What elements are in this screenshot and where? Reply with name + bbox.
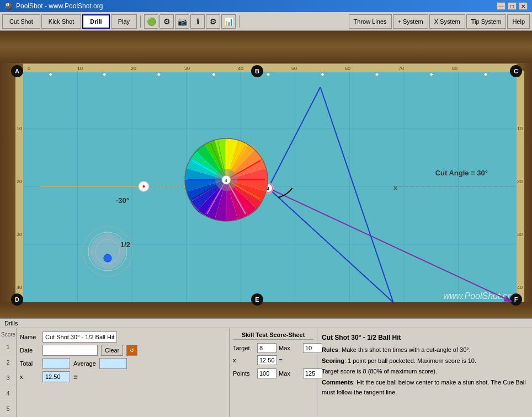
bottom-panel: Drills Score 1 2 3 4 5 Name Cut Shot 30°… — [0, 318, 532, 417]
camera-icon[interactable]: 📷 — [175, 14, 189, 29]
equals-sign: = — [73, 373, 78, 381]
multiplier-row: x 12.50 = — [20, 371, 226, 382]
tip-system-button[interactable]: Tip System — [466, 14, 507, 29]
green-circle-icon[interactable]: 🟢 — [144, 14, 158, 29]
ruler-right: 0 10 20 30 40 — [517, 71, 524, 302]
rules-text: Make this shot ten times with a cut-angl… — [342, 346, 471, 353]
svg-text:20: 20 — [131, 66, 136, 71]
date-row: Date Clear ↺ — [20, 345, 226, 356]
toolbar-separator-1 — [140, 15, 141, 28]
description-panel: Cut Shot 30° - 1/2 Ball Hit Rules: Make … — [317, 328, 532, 417]
info-icon[interactable]: ℹ — [190, 14, 205, 29]
window-controls: — □ ✕ — [497, 2, 528, 10]
total-row: Total Average — [20, 358, 226, 369]
settings-icon[interactable]: ⚙ — [159, 14, 174, 29]
table-border-top — [0, 31, 532, 63]
spin-chart: 4 — [182, 136, 270, 226]
cut-angle-label: Cut Angle = 30° — [435, 169, 488, 177]
window-title: PoolShot - www.PoolShot.org — [16, 2, 103, 10]
minimize-button[interactable]: — — [497, 2, 506, 10]
angle-value-label: -30° — [116, 196, 129, 205]
plus-system-button[interactable]: + System — [393, 14, 428, 29]
points-label: Points — [233, 370, 255, 377]
average-value — [99, 358, 127, 369]
cut-shot-button[interactable]: Cut Shot — [2, 14, 40, 29]
pocket-a: A — [11, 65, 23, 77]
svg-text:40: 40 — [238, 66, 243, 71]
name-row: Name Cut Shot 30° - 1/2 Ball Hit — [20, 332, 226, 343]
refresh-icon[interactable]: ↺ — [126, 345, 137, 356]
average-label: Average — [73, 360, 96, 367]
x-system-button[interactable]: X System — [429, 14, 465, 29]
score-num-2: 2 — [0, 355, 16, 370]
toolbar: Cut Shot Kick Shot Drill Play 🟢 ⚙ 📷 ℹ ⚙ … — [0, 12, 532, 31]
pocket-d: D — [11, 293, 23, 306]
app-icon: 🎱 — [4, 2, 13, 10]
titlebar: 🎱 PoolShot - www.PoolShot.org — □ ✕ — [0, 0, 532, 12]
drill-name-value: Cut Shot 30° - 1/2 Ball Hit — [42, 332, 117, 343]
max-label: Max — [279, 345, 301, 351]
target-score-section: Target score is 8 (80% of maximum score)… — [322, 367, 528, 377]
score-num-4: 4 — [0, 386, 16, 401]
multiplier2-value: 12.50 — [257, 355, 277, 365]
target-value: 8 — [257, 343, 276, 353]
score-sheet-panel: Skill Test Score-Sheet Target 8 Max 10 x… — [229, 328, 317, 417]
scoring-section: Scoring: 1 point per ball pocketed. Maxi… — [322, 356, 528, 366]
throw-lines-button[interactable]: Throw Lines — [349, 14, 392, 29]
info-panel: Name Cut Shot 30° - 1/2 Ball Hit Date Cl… — [17, 328, 229, 417]
svg-text:30: 30 — [184, 66, 190, 71]
chart-icon[interactable]: 📊 — [221, 14, 236, 29]
multiplier-value: 12.50 — [42, 371, 70, 382]
scoring-label: Scoring — [322, 357, 344, 364]
drill-button[interactable]: Drill — [82, 14, 109, 29]
window-title-area: 🎱 PoolShot - www.PoolShot.org — [4, 2, 497, 10]
half-ball-label: 1/2 — [120, 240, 130, 249]
score-num-1: 1 — [0, 339, 16, 355]
watermark: www.PoolShot.org — [443, 291, 515, 301]
close-button[interactable]: ✕ — [519, 2, 528, 10]
play-button[interactable]: Play — [111, 14, 137, 29]
pocket-b: B — [251, 65, 263, 77]
score-sheet-title: Skill Test Score-Sheet — [233, 332, 313, 340]
score-multiplier-row: x 12.50 = — [233, 355, 313, 365]
svg-text:0: 0 — [28, 66, 30, 71]
maximize-button[interactable]: □ — [508, 2, 517, 10]
points-value: 100 — [257, 368, 276, 378]
total-label: Total — [20, 360, 39, 367]
svg-point-87 — [104, 254, 111, 262]
svg-text:60: 60 — [345, 66, 350, 71]
comments-label: Comments — [322, 379, 353, 386]
toolbar-right-buttons: Throw Lines + System X System Tip System… — [349, 14, 530, 29]
desc-title: Cut Shot 30° - 1/2 Ball Hit — [322, 333, 528, 343]
ruler-left: 0 10 20 30 40 — [15, 71, 23, 302]
toolbar-separator-2 — [239, 15, 240, 28]
svg-rect-10 — [15, 71, 23, 302]
help-button[interactable]: Help — [507, 14, 530, 29]
clear-button[interactable]: Clear — [101, 345, 123, 356]
scoring-text: 1 point per ball pocketed. Maximum score… — [348, 357, 476, 364]
date-label: Date — [20, 347, 39, 354]
gear-icon[interactable]: ⚙ — [206, 14, 220, 29]
date-input[interactable] — [42, 345, 98, 356]
pool-table-container: 0 10 20 30 40 50 60 70 80 0 10 20 30 40 … — [0, 31, 532, 318]
drills-section-label: Drills — [0, 319, 532, 328]
bottom-content: Score 1 2 3 4 5 Name Cut Shot 30° - 1/2 … — [0, 328, 532, 417]
svg-text:40: 40 — [17, 285, 22, 290]
svg-text:80: 80 — [452, 66, 457, 71]
svg-text:70: 70 — [398, 66, 404, 71]
target-label: Target — [233, 345, 255, 351]
svg-text:20: 20 — [17, 179, 22, 184]
svg-text:40: 40 — [517, 285, 523, 290]
target-score-text: Target score is 8 (80% of maximum score)… — [322, 368, 437, 375]
svg-text:30: 30 — [17, 232, 22, 237]
score-column-header: Score — [0, 330, 16, 339]
svg-text:10: 10 — [77, 66, 83, 71]
ruler-top: 0 10 20 30 40 50 60 70 80 — [23, 64, 517, 72]
svg-rect-16 — [517, 71, 524, 302]
eq2: = — [279, 357, 283, 363]
kick-shot-button[interactable]: Kick Shot — [41, 14, 81, 29]
score-num-3: 3 — [0, 370, 16, 386]
comments-section: Comments: Hit the cue ball below center … — [322, 378, 528, 397]
max2-label: Max — [279, 370, 301, 377]
svg-point-82 — [90, 234, 125, 269]
